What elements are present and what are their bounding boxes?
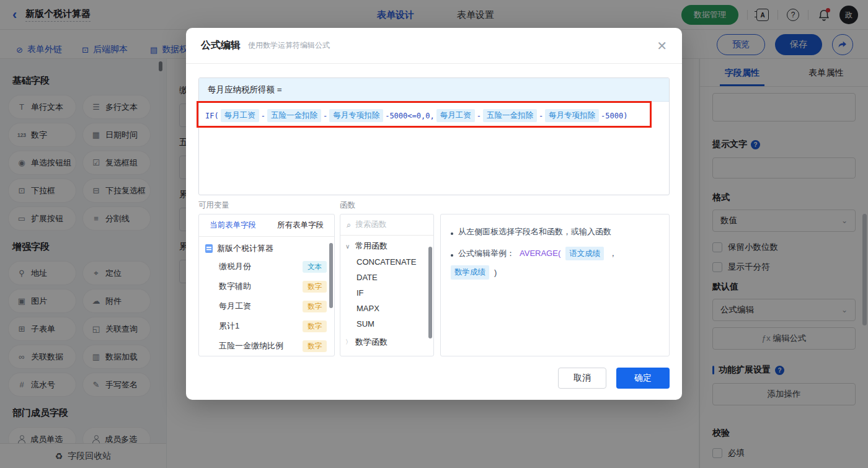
- variable-type-badge: 文本: [303, 261, 327, 273]
- help-line-1: 从左侧面板选择字段名和函数，或输入函数: [458, 226, 659, 238]
- formula-field-token[interactable]: 每月专项扣除: [329, 109, 383, 122]
- functions-scrollbar[interactable]: [428, 247, 432, 338]
- formula-field-token[interactable]: 每月工资: [436, 109, 475, 122]
- variable-row[interactable]: 每月工资数字: [199, 296, 334, 316]
- function-search-placeholder: 搜索函数: [355, 219, 386, 230]
- caret-icon: 〉: [345, 338, 352, 347]
- cancel-button[interactable]: 取消: [558, 368, 606, 389]
- formula-expression[interactable]: IF(每月工资-五险一金扣除-每月专项扣除-5000<=0,0,每月工资-五险一…: [199, 102, 669, 130]
- function-item[interactable]: MAPX: [340, 301, 433, 316]
- formula-code: IF(: [205, 112, 219, 120]
- help-example-close: ): [494, 267, 497, 279]
- formula-code: -: [261, 112, 265, 120]
- confirm-button[interactable]: 确定: [616, 368, 670, 389]
- variable-name: 累计1: [219, 320, 239, 332]
- formula-code: -: [539, 112, 543, 120]
- functions-panel: ⌕ 搜索函数 ∨常用函数CONCATENATEDATEIFMAPXSUM〉数学函…: [340, 214, 434, 356]
- variables-scrollbar[interactable]: [329, 243, 333, 308]
- formula-field-token[interactable]: 五险一金扣除: [267, 109, 321, 122]
- help-example-function: AVERAGE(: [520, 247, 560, 260]
- formula-code: -: [477, 112, 481, 120]
- form-tree-root-label: 新版个税计算器: [217, 243, 273, 254]
- variable-name: 每月工资: [219, 301, 251, 312]
- function-item[interactable]: DATE: [340, 270, 433, 285]
- function-group-collapsed[interactable]: 〉文本函数: [340, 350, 433, 356]
- function-group-expanded[interactable]: ∨常用函数: [340, 236, 433, 254]
- variable-row[interactable]: 缴税月份文本: [199, 257, 334, 276]
- modal-subtitle: 使用数学运算符编辑公式: [248, 40, 330, 51]
- formula-help-panel: 从左侧面板选择字段名和函数，或输入函数 公式编辑举例： AVERAGE( 语文成…: [440, 214, 670, 356]
- functions-label: 函数: [340, 200, 355, 211]
- variables-panel: 当前表单字段 所有表单字段 新版个税计算器 缴税月份文本数字辅助数字每月工资数字…: [198, 214, 335, 356]
- variable-type-badge: 数字: [303, 281, 327, 293]
- caret-icon: ∨: [345, 243, 352, 250]
- formula-editor-modal: 公式编辑 使用数学运算符编辑公式 ✕ 每月应纳税所得额 = IF(每月工资-五险…: [186, 28, 682, 400]
- help-example-arg2: 数学成绩: [451, 265, 489, 280]
- close-icon[interactable]: ✕: [657, 40, 667, 52]
- variables-label: 可用变量: [198, 200, 229, 211]
- function-group-label: 文本函数: [355, 355, 388, 356]
- variable-name: 缴税月份: [219, 261, 251, 272]
- form-doc-icon: [205, 244, 213, 253]
- formula-field-token[interactable]: 五险一金扣除: [483, 109, 537, 122]
- tab-all-form-fields[interactable]: 所有表单字段: [267, 220, 334, 231]
- variable-row[interactable]: 数字辅助数字: [199, 276, 334, 296]
- variable-type-badge: 数字: [303, 320, 327, 332]
- variable-type-badge: 数字: [303, 301, 327, 312]
- variable-row[interactable]: 五险一金扣除数字: [199, 356, 334, 356]
- bullet-icon: [451, 254, 453, 257]
- modal-title: 公式编辑: [201, 39, 241, 52]
- help-example-prefix: 公式编辑举例：: [458, 247, 515, 260]
- formula-code: -: [323, 112, 327, 120]
- bullet-icon: [451, 232, 453, 235]
- formula-field-token[interactable]: 每月专项扣除: [545, 109, 599, 122]
- formula-code: -5000<=0,0,: [385, 112, 434, 120]
- help-example-comma: ，: [609, 247, 617, 260]
- tab-current-form-fields[interactable]: 当前表单字段: [199, 220, 267, 231]
- help-example-arg1: 语文成绩: [565, 247, 604, 261]
- function-group-label: 常用函数: [355, 241, 388, 252]
- formula-field-token[interactable]: 每月工资: [221, 109, 259, 122]
- function-search-input[interactable]: ⌕ 搜索函数: [340, 214, 433, 236]
- function-item[interactable]: SUM: [340, 316, 433, 332]
- variable-row[interactable]: 累计1数字: [199, 316, 334, 336]
- form-tree-root[interactable]: 新版个税计算器: [199, 237, 334, 257]
- formula-editor-box[interactable]: 每月应纳税所得额 = IF(每月工资-五险一金扣除-每月专项扣除-5000<=0…: [198, 77, 670, 195]
- function-group-label: 数学函数: [355, 337, 388, 348]
- variable-name: 五险一金缴纳比例: [219, 340, 283, 351]
- variable-type-badge: 数字: [303, 340, 327, 352]
- search-icon: ⌕: [347, 220, 351, 230]
- variable-row[interactable]: 五险一金缴纳比例数字: [199, 336, 334, 356]
- function-item[interactable]: CONCATENATE: [340, 254, 433, 270]
- function-group-collapsed[interactable]: 〉数学函数: [340, 332, 433, 350]
- formula-target: 每月应纳税所得额 =: [199, 78, 669, 102]
- variable-name: 数字辅助: [219, 281, 251, 292]
- formula-code: -5000): [601, 112, 627, 120]
- function-item[interactable]: IF: [340, 285, 433, 301]
